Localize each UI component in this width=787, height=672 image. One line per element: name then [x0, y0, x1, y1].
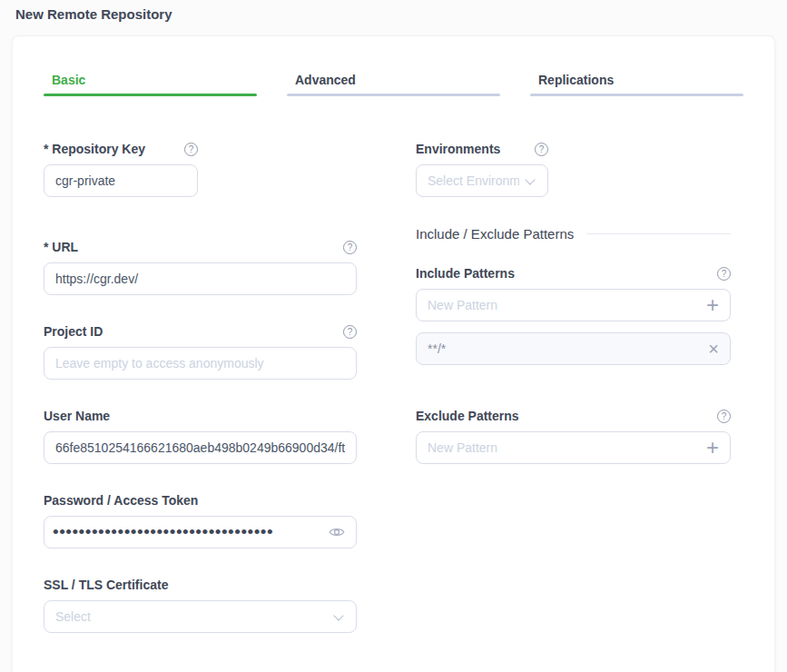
password-masked-value: •••••••••••••••••••••••••••••••••• [53, 516, 321, 548]
environments-placeholder: Select Environments [428, 173, 519, 188]
page-title: New Remote Repository [15, 6, 775, 22]
section-divider [586, 233, 731, 234]
help-icon[interactable]: ? [343, 325, 357, 339]
help-icon[interactable]: ? [184, 143, 198, 156]
environments-group: Environments ? Select Environments [416, 142, 731, 197]
user-name-label: User Name [44, 409, 110, 423]
tab-basic-underline [44, 94, 257, 96]
help-icon[interactable]: ? [343, 241, 357, 254]
tab-advanced-underline [287, 94, 500, 96]
patterns-section-heading-row: Include / Exclude Patterns [416, 226, 731, 242]
environments-label: Environments [416, 142, 500, 156]
project-id-label-row: Project ID ? [44, 324, 357, 339]
remove-pattern-icon[interactable]: × [708, 341, 719, 357]
url-label-row: * URL ? [44, 240, 357, 254]
user-name-label-row: User Name [44, 409, 357, 423]
include-pattern-item: **/* × [416, 332, 731, 365]
project-id-field-box [44, 347, 357, 380]
tab-advanced[interactable]: Advanced [287, 73, 500, 96]
user-name-field-box [44, 431, 357, 464]
url-group: * URL ? [44, 240, 357, 295]
password-group: Password / Access Token ••••••••••••••••… [44, 493, 357, 548]
help-icon[interactable]: ? [535, 143, 548, 156]
chevron-down-icon [333, 610, 343, 620]
exclude-pattern-input[interactable] [428, 440, 699, 455]
repository-key-label-row: * Repository Key ? [44, 142, 198, 156]
repository-key-field-box [44, 164, 198, 197]
form-column-right: Environments ? Select Environments Inclu… [416, 142, 731, 662]
project-id-input[interactable] [55, 356, 345, 371]
user-name-group: User Name [44, 409, 357, 464]
page: New Remote Repository Basic Advanced Rep… [0, 0, 787, 672]
exclude-patterns-group: Exclude Patterns ? + [416, 409, 731, 464]
include-patterns-group: Include Patterns ? + **/* × [416, 266, 731, 365]
chevron-down-icon [525, 174, 535, 184]
help-icon[interactable]: ? [717, 410, 731, 423]
tab-basic-label: Basic [44, 73, 257, 87]
form-column-left: * Repository Key ? * URL ? [44, 142, 357, 662]
form-grid: * Repository Key ? * URL ? [44, 142, 743, 662]
ssl-certificate-label-row: SSL / TLS Certificate [44, 578, 357, 592]
add-pattern-icon[interactable]: + [706, 296, 719, 314]
help-icon[interactable]: ? [717, 267, 731, 281]
repository-key-label: * Repository Key [44, 142, 145, 156]
tab-advanced-label: Advanced [287, 73, 500, 87]
include-patterns-label-row: Include Patterns ? [416, 266, 731, 281]
include-pattern-value: **/* [428, 341, 701, 356]
include-pattern-input[interactable] [428, 298, 699, 312]
tab-replications-underline [530, 94, 743, 96]
include-patterns-label: Include Patterns [416, 266, 515, 281]
password-label: Password / Access Token [44, 493, 198, 508]
add-pattern-icon[interactable]: + [706, 439, 719, 457]
repository-config-card: Basic Advanced Replications * Repository… [12, 35, 775, 672]
eye-icon[interactable] [329, 526, 345, 539]
tab-basic[interactable]: Basic [44, 73, 257, 96]
exclude-patterns-label-row: Exclude Patterns ? [416, 409, 731, 423]
tab-replications[interactable]: Replications [530, 73, 743, 96]
tab-bar: Basic Advanced Replications [44, 73, 743, 96]
ssl-certificate-select[interactable]: Select [44, 600, 357, 633]
environments-select[interactable]: Select Environments [416, 164, 548, 197]
user-name-input[interactable] [55, 440, 345, 455]
patterns-section-title: Include / Exclude Patterns [416, 226, 574, 242]
password-label-row: Password / Access Token [44, 493, 357, 508]
url-field-box [44, 262, 357, 295]
url-input[interactable] [55, 272, 345, 286]
environments-label-row: Environments ? [416, 142, 548, 156]
ssl-certificate-placeholder: Select [55, 609, 328, 624]
project-id-label: Project ID [44, 324, 103, 339]
url-label: * URL [44, 240, 78, 254]
project-id-group: Project ID ? [44, 324, 357, 380]
repository-key-input[interactable] [55, 173, 186, 188]
ssl-certificate-label: SSL / TLS Certificate [44, 578, 168, 592]
include-pattern-field-box: + [416, 289, 731, 321]
ssl-certificate-group: SSL / TLS Certificate Select [44, 578, 357, 633]
exclude-pattern-field-box: + [416, 431, 731, 464]
tab-replications-label: Replications [530, 73, 743, 87]
exclude-patterns-label: Exclude Patterns [416, 409, 519, 423]
password-field-box[interactable]: •••••••••••••••••••••••••••••••••• [44, 516, 357, 548]
repository-key-group: * Repository Key ? [44, 142, 357, 197]
